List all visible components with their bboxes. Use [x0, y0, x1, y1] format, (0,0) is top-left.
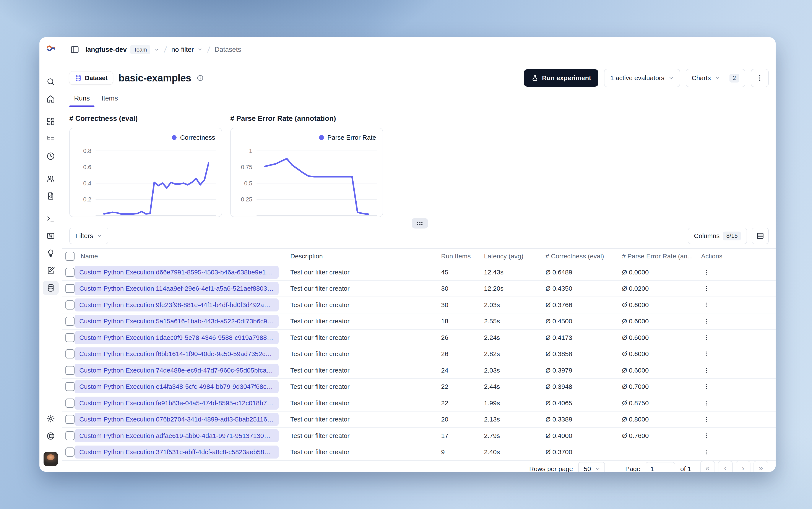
row-checkbox[interactable] [65, 349, 74, 359]
sidebar-item-sessions[interactable] [43, 149, 59, 163]
legend-label: Correctness [180, 134, 215, 141]
run-correctness: Ø 0.3948 [544, 383, 620, 390]
row-checkbox[interactable] [65, 415, 74, 424]
row-checkbox[interactable] [65, 431, 74, 440]
row-checkbox[interactable] [65, 447, 74, 456]
row-actions-menu[interactable] [701, 447, 711, 457]
breadcrumb-project[interactable]: no-filter [171, 46, 194, 54]
sidebar-item-datasets[interactable] [43, 281, 59, 295]
evaluators-button[interactable]: 1 active evaluators [604, 69, 680, 87]
run-name-link[interactable]: Custom Python Execution 371f531c-abff-4d… [74, 445, 279, 459]
run-name-link[interactable]: Custom Python Execution 74de488e-ec9d-47… [74, 364, 279, 377]
table-row[interactable]: Custom Python Execution adfae619-abb0-4d… [62, 428, 776, 444]
sidebar-item-settings[interactable] [43, 411, 59, 426]
table-row[interactable]: Custom Python Execution 9fe23f98-881e-44… [62, 297, 776, 313]
more-actions-button[interactable] [751, 69, 769, 87]
row-checkbox[interactable] [65, 300, 74, 309]
legend-dot [172, 135, 176, 140]
sidebar [39, 37, 62, 472]
next-page-button[interactable]: › [736, 461, 750, 472]
row-actions-menu[interactable] [701, 431, 711, 441]
sidebar-item-insights[interactable] [43, 246, 59, 260]
tab-runs[interactable]: Runs [69, 91, 95, 107]
sidebar-item-dashboards[interactable] [43, 114, 59, 129]
sidebar-item-tracing[interactable] [43, 132, 59, 146]
row-actions-menu[interactable] [701, 300, 711, 310]
sidebar-item-users[interactable] [43, 172, 59, 186]
tab-items[interactable]: Items [97, 91, 123, 107]
run-name-link[interactable]: Custom Python Execution adfae619-abb0-4d… [74, 429, 279, 442]
chevron-down-icon[interactable] [197, 47, 203, 53]
row-checkbox[interactable] [65, 366, 74, 375]
sidebar-toggle-icon[interactable] [70, 45, 79, 54]
table-row[interactable]: Custom Python Execution fe91b83e-04a5-47… [62, 395, 776, 411]
table-row[interactable]: Custom Python Execution d66e7991-8595-45… [62, 264, 776, 281]
row-actions-menu[interactable] [701, 333, 711, 343]
table-row[interactable]: Custom Python Execution 5a15a616-1bab-44… [62, 313, 776, 330]
user-avatar[interactable] [43, 452, 58, 466]
chevron-down-icon[interactable] [154, 47, 160, 53]
run-name-link[interactable]: Custom Python Execution d66e7991-8595-45… [74, 266, 279, 279]
row-actions-menu[interactable] [701, 349, 711, 359]
row-checkbox[interactable] [65, 333, 74, 342]
section-resize-handle[interactable] [412, 218, 428, 229]
charts-button[interactable]: Charts 2 [686, 69, 745, 87]
column-header-correctness[interactable]: # Correctness (eval) [544, 252, 620, 260]
row-checkbox[interactable] [65, 268, 74, 277]
run-name-link[interactable]: Custom Python Execution 9fe23f98-881e-44… [74, 299, 279, 311]
run-correctness: Ø 0.4173 [544, 334, 620, 341]
first-page-button[interactable]: « [700, 461, 715, 472]
run-name-link[interactable]: Custom Python Execution e14fa348-5cfc-49… [74, 380, 279, 393]
table-row[interactable]: Custom Python Execution 114aa9ef-29e6-4e… [62, 281, 776, 297]
row-actions-menu[interactable] [701, 365, 711, 376]
row-actions-menu[interactable] [701, 398, 711, 408]
row-checkbox[interactable] [65, 382, 74, 391]
row-checkbox[interactable] [65, 399, 74, 408]
sidebar-item-home[interactable] [43, 92, 59, 106]
row-actions-menu[interactable] [701, 414, 711, 425]
page-number-input[interactable]: 1 [646, 462, 675, 472]
run-experiment-button[interactable]: Run experiment [524, 69, 599, 87]
breadcrumb: langfuse-dev Team / no-filter / Datasets [86, 45, 241, 54]
column-header-name[interactable]: Name [74, 249, 284, 264]
table-row[interactable]: Custom Python Execution e14fa348-5cfc-49… [62, 379, 776, 395]
run-name-link[interactable]: Custom Python Execution 076b2704-341d-48… [74, 413, 279, 426]
row-checkbox[interactable] [65, 284, 74, 293]
run-name-link[interactable]: Custom Python Execution 1daec0f9-5e78-43… [74, 331, 279, 344]
sidebar-item-playground[interactable] [43, 211, 59, 226]
sidebar-item-prompts[interactable] [43, 189, 59, 203]
run-name-link[interactable]: Custom Python Execution 5a15a616-1bab-44… [74, 315, 279, 328]
last-page-button[interactable]: » [753, 461, 768, 472]
column-header-run-items[interactable]: Run Items [439, 252, 482, 260]
info-icon[interactable] [197, 74, 204, 81]
columns-button[interactable]: Columns 8/15 [688, 228, 747, 244]
table-row[interactable]: Custom Python Execution 371f531c-abff-4d… [62, 444, 776, 461]
run-name-link[interactable]: Custom Python Execution 114aa9ef-29e6-4e… [74, 282, 279, 295]
breadcrumb-org[interactable]: langfuse-dev [86, 46, 127, 54]
row-actions-menu[interactable] [701, 283, 711, 294]
filters-button[interactable]: Filters [69, 228, 108, 244]
sidebar-item-evaluation[interactable] [43, 229, 59, 243]
sidebar-item-annotation[interactable] [43, 263, 59, 278]
column-header-parse-error[interactable]: # Parse Error Rate (an... [620, 252, 697, 260]
row-actions-menu[interactable] [701, 267, 711, 277]
row-height-button[interactable] [752, 228, 769, 244]
column-header-latency[interactable]: Latency (avg) [482, 252, 544, 260]
table-row[interactable]: Custom Python Execution f6bb1614-1f90-40… [62, 346, 776, 363]
row-actions-menu[interactable] [701, 316, 711, 327]
breadcrumb-section[interactable]: Datasets [215, 46, 241, 54]
sidebar-item-support[interactable] [43, 429, 59, 443]
rows-per-page-select[interactable]: 50 [578, 462, 605, 472]
select-all-checkbox[interactable] [65, 252, 74, 261]
column-header-description[interactable]: Description [284, 252, 439, 260]
sidebar-item-search[interactable] [43, 74, 59, 89]
row-checkbox[interactable] [65, 317, 74, 326]
table-row[interactable]: Custom Python Execution 1daec0f9-5e78-43… [62, 330, 776, 346]
prev-page-button[interactable]: ‹ [718, 461, 733, 472]
table-row[interactable]: Custom Python Execution 74de488e-ec9d-47… [62, 362, 776, 379]
run-name-link[interactable]: Custom Python Execution fe91b83e-04a5-47… [74, 397, 279, 410]
table-row[interactable]: Custom Python Execution 076b2704-341d-48… [62, 411, 776, 428]
chart-block-parse-error: # Parse Error Rate (annotation) 0.250.50… [230, 114, 383, 217]
run-name-link[interactable]: Custom Python Execution f6bb1614-1f90-40… [74, 347, 279, 361]
row-actions-menu[interactable] [701, 381, 711, 392]
